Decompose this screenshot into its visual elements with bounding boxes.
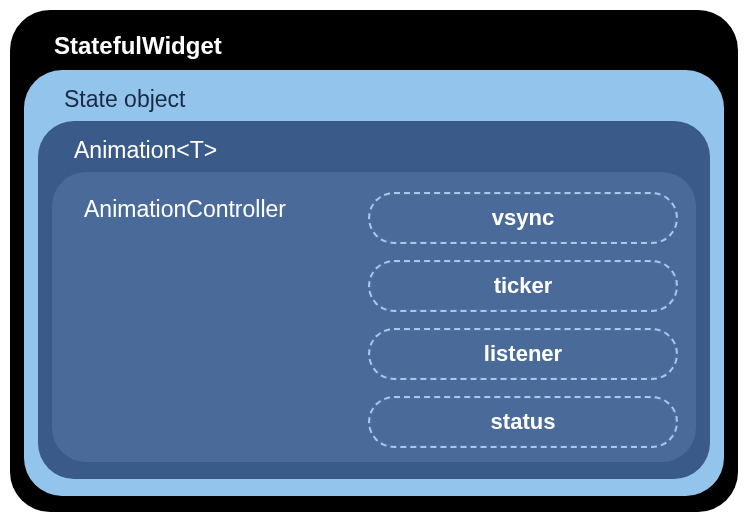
stateful-widget-title: StatefulWidget — [24, 24, 724, 70]
vsync-pill: vsync — [368, 192, 678, 244]
listener-pill: listener — [368, 328, 678, 380]
state-object-box: State object Animation<T> AnimationContr… — [24, 70, 724, 496]
stateful-widget-box: StatefulWidget State object Animation<T>… — [10, 10, 738, 512]
state-object-title: State object — [38, 82, 710, 121]
animation-controller-box: AnimationController vsync ticker listene… — [52, 172, 696, 462]
property-pills: vsync ticker listener status — [368, 190, 678, 448]
status-pill: status — [368, 396, 678, 448]
animation-title: Animation<T> — [52, 133, 696, 172]
ticker-pill: ticker — [368, 260, 678, 312]
animation-box: Animation<T> AnimationController vsync t… — [38, 121, 710, 479]
animation-controller-title: AnimationController — [70, 190, 356, 448]
